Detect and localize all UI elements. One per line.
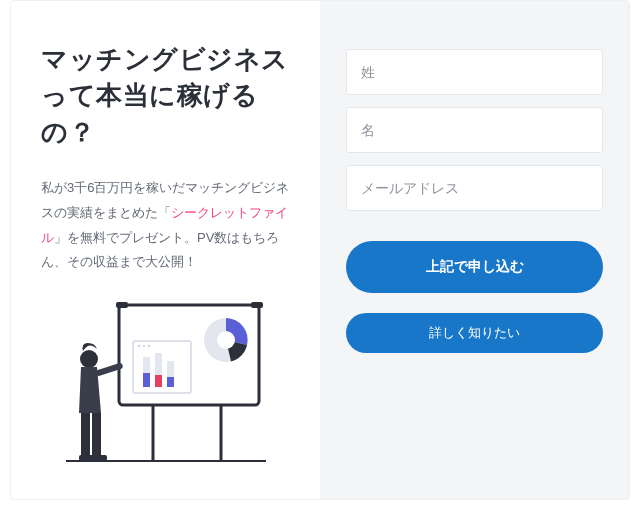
analytics-illustration-icon	[61, 295, 271, 465]
svg-rect-2	[251, 302, 263, 308]
illustration	[41, 295, 290, 465]
heading: マッチングビジネスって本当に稼げるの？	[41, 41, 290, 150]
email-field[interactable]	[346, 165, 603, 211]
svg-rect-20	[81, 413, 90, 457]
svg-rect-10	[143, 373, 150, 387]
svg-rect-14	[167, 377, 174, 387]
svg-point-6	[137, 345, 140, 348]
svg-rect-12	[155, 375, 162, 387]
svg-point-4	[217, 331, 235, 349]
first-name-field[interactable]	[346, 107, 603, 153]
svg-rect-21	[92, 413, 101, 457]
info-panel: マッチングビジネスって本当に稼げるの？ 私が3千6百万円を稼いだマッチングビジネ…	[11, 1, 320, 499]
svg-point-7	[142, 345, 145, 348]
form-panel: 上記で申し込む 詳しく知りたい	[320, 1, 629, 499]
body-part-2: 」を無料でプレゼント。PV数はもちろん、その収益まで大公開！	[41, 230, 279, 270]
svg-rect-22	[79, 455, 94, 461]
svg-point-18	[80, 350, 98, 368]
last-name-field[interactable]	[346, 49, 603, 95]
submit-button[interactable]: 上記で申し込む	[346, 241, 603, 293]
svg-rect-23	[92, 455, 107, 461]
signup-card: マッチングビジネスって本当に稼げるの？ 私が3千6百万円を稼いだマッチングビジネ…	[10, 0, 630, 500]
svg-point-8	[147, 345, 150, 348]
body-text: 私が3千6百万円を稼いだマッチングビジネスの実績をまとめた「シークレットファイル…	[41, 176, 290, 275]
learn-more-button[interactable]: 詳しく知りたい	[346, 313, 603, 353]
svg-rect-1	[116, 302, 128, 308]
